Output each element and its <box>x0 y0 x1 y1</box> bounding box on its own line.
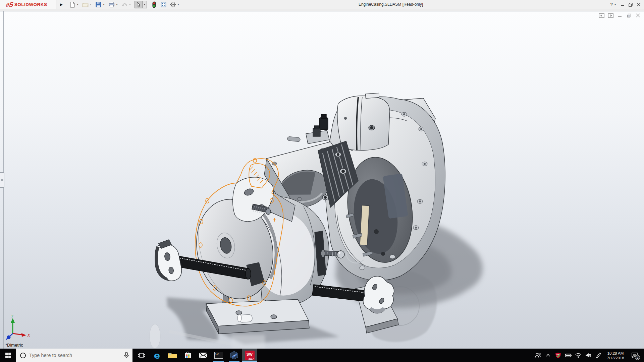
dropdown-caret-icon[interactable]: ▾ <box>89 3 92 6</box>
options-button[interactable]: ▾ <box>170 1 180 8</box>
new-document-icon <box>69 1 75 8</box>
command-prompt-icon: C:\_ <box>214 352 223 359</box>
dassault-logo-icon: ∂S <box>5 1 13 8</box>
gear-icon <box>170 1 176 8</box>
solidworks-logo: ∂S SOLIDWORKS <box>0 0 56 9</box>
3d-viewer-icon <box>230 351 238 360</box>
edge-icon: e <box>154 351 160 360</box>
open-button[interactable]: ▾ <box>82 1 92 8</box>
close-button[interactable] <box>635 0 643 9</box>
taskbar-microsoft-store[interactable] <box>180 349 196 362</box>
system-tray: sw 10:28 AM 7/13/2018 2 <box>533 349 644 362</box>
taskbar-3d-viewer[interactable] <box>226 349 242 362</box>
undo-button[interactable]: ▾ <box>121 1 131 8</box>
minimize-document-icon[interactable] <box>616 13 623 18</box>
dropdown-caret-icon[interactable]: ▾ <box>102 3 105 6</box>
solidworks-icon: SW 2017 <box>245 351 255 360</box>
brand-name: SOLIDWORKS <box>14 2 47 7</box>
titlebar: ∂S SOLIDWORKS ▶ ▾ ▾ ▾ <box>0 0 644 9</box>
file-explorer-icon <box>168 352 177 359</box>
taskbar-command-prompt[interactable]: C:\_ <box>211 349 226 362</box>
solidworks-resource-monitor-icon[interactable]: sw <box>553 349 563 362</box>
file-properties-button[interactable] <box>160 1 167 8</box>
taskbar-apps: e C:\_ SW 2017 <box>134 349 257 362</box>
traffic-light-icon <box>151 1 157 8</box>
taskbar-file-explorer[interactable] <box>165 349 180 362</box>
clock-time: 10:28 AM <box>603 351 628 356</box>
print-button[interactable]: ▾ <box>108 1 118 8</box>
wifi-icon[interactable] <box>573 349 583 362</box>
dropdown-caret-icon[interactable]: ▾ <box>76 3 79 6</box>
select-cursor-icon[interactable] <box>135 1 143 8</box>
power-battery-icon[interactable] <box>563 349 573 362</box>
view-traffic-light-button[interactable] <box>151 1 157 8</box>
volume-icon[interactable] <box>583 349 593 362</box>
microphone-icon[interactable] <box>124 352 129 360</box>
dropdown-caret-icon[interactable]: ▾ <box>177 3 180 6</box>
document-title: EngineCasing.SLDASM [Read-only] <box>359 2 423 7</box>
view-orientation-label: *Dimetric <box>5 343 23 348</box>
feature-manager-collapsed-tab[interactable] <box>0 172 4 188</box>
triad-x-label: X <box>27 333 31 338</box>
reference-triad: Y X <box>4 315 31 342</box>
window-controls: ? ▾ <box>608 0 643 9</box>
select-dropdown-caret[interactable]: ▾ <box>143 1 147 8</box>
triad-y-label: Y <box>11 315 14 318</box>
mail-icon <box>199 352 208 359</box>
desktop-screen: ∂S SOLIDWORKS ▶ ▾ ▾ ▾ <box>0 0 644 362</box>
windows-taskbar: e C:\_ SW 2017 <box>0 349 644 362</box>
taskbar-edge[interactable]: e <box>149 349 165 362</box>
start-button[interactable] <box>0 349 16 362</box>
restore-button[interactable] <box>627 0 635 9</box>
windows-ink-icon[interactable] <box>593 349 603 362</box>
close-document-icon[interactable] <box>635 13 641 18</box>
collapse-left-panel-icon[interactable] <box>598 13 605 18</box>
people-icon[interactable] <box>533 349 543 362</box>
undo-arrow-icon <box>121 1 128 8</box>
select-tool-button[interactable]: ▾ <box>135 1 147 8</box>
menu-flyout-button[interactable]: ▶ <box>58 0 65 9</box>
panel-handle-dot <box>1 179 3 181</box>
graphics-area[interactable]: Y X *Dimetric <box>0 11 644 349</box>
hidden-icons-chevron[interactable] <box>543 349 553 362</box>
clock-date: 7/13/2018 <box>603 356 628 360</box>
taskbar-search[interactable] <box>16 349 132 362</box>
notification-badge: 2 <box>635 355 640 360</box>
engine-casing-model[interactable] <box>0 11 644 349</box>
task-view-button[interactable] <box>134 349 149 362</box>
minimize-button[interactable] <box>619 0 627 9</box>
search-input[interactable] <box>29 353 113 358</box>
windows-logo-icon <box>5 353 11 358</box>
action-center-button[interactable]: 2 <box>628 349 642 362</box>
taskbar-mail[interactable] <box>196 349 211 362</box>
save-button[interactable]: ▾ <box>95 1 105 8</box>
help-dropdown-caret[interactable]: ▾ <box>614 3 619 6</box>
dropdown-caret-icon[interactable]: ▾ <box>115 3 118 6</box>
store-icon <box>184 351 192 359</box>
expand-right-panel-icon[interactable] <box>607 13 614 18</box>
taskbar-clock[interactable]: 10:28 AM 7/13/2018 <box>603 351 628 360</box>
quick-access-toolbar: ▾ ▾ ▾ ▾ ▾ <box>69 0 183 9</box>
print-icon <box>108 1 115 8</box>
new-document-button[interactable]: ▾ <box>69 1 79 8</box>
document-window-controls <box>598 13 641 18</box>
cortana-icon <box>20 353 26 358</box>
help-button[interactable]: ? <box>608 0 614 9</box>
open-folder-icon <box>82 1 89 8</box>
save-floppy-icon <box>95 1 102 8</box>
restore-document-icon[interactable] <box>626 13 632 18</box>
file-properties-icon <box>160 1 167 8</box>
taskbar-solidworks[interactable]: SW 2017 <box>242 349 257 362</box>
dropdown-caret-icon[interactable]: ▾ <box>128 3 131 6</box>
